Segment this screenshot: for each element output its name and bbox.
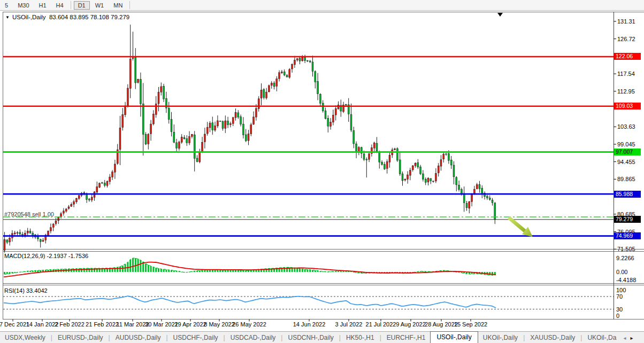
candle-body xyxy=(425,179,426,182)
candle-body xyxy=(325,111,326,119)
candle-body xyxy=(427,178,429,182)
macd-histogram-bar xyxy=(206,270,208,272)
candle-body xyxy=(52,224,54,228)
macd-histogram-bar xyxy=(81,268,82,272)
candle-body xyxy=(32,233,34,236)
candle-body xyxy=(24,233,26,235)
candle-body xyxy=(489,198,490,200)
candle-body xyxy=(101,183,103,183)
candle-body xyxy=(276,79,278,87)
candle-body xyxy=(399,160,401,174)
candle-body xyxy=(350,114,352,130)
candle-body xyxy=(6,240,8,243)
macd-histogram-bar xyxy=(129,260,131,272)
candle-body xyxy=(481,188,483,193)
candle-body xyxy=(248,134,249,141)
candle-body xyxy=(42,240,44,241)
candle-body xyxy=(219,121,221,121)
candle-body xyxy=(363,154,365,159)
macd-histogram-bar xyxy=(302,269,303,272)
macd-histogram-bar xyxy=(78,269,80,272)
candle-body xyxy=(402,174,403,181)
candle-body xyxy=(315,72,316,82)
macd-histogram-bar xyxy=(75,269,77,272)
price-badge-79.279: 79.279 xyxy=(614,216,641,223)
candle-body xyxy=(292,64,293,69)
candle-body xyxy=(176,143,178,148)
candle-body xyxy=(229,123,231,124)
candle-body xyxy=(152,114,154,124)
macd-histogram-bar xyxy=(155,268,157,272)
candle-body xyxy=(225,121,226,128)
candle-body xyxy=(245,135,247,141)
candle-body xyxy=(286,75,288,77)
candle-body xyxy=(255,108,257,117)
macd-histogram-bar xyxy=(6,272,8,274)
candle-body xyxy=(443,154,444,159)
chart-canvas[interactable] xyxy=(0,0,644,343)
candle-body xyxy=(435,174,436,181)
candle-body xyxy=(353,130,355,144)
candle-body xyxy=(386,162,388,169)
candle-body xyxy=(279,73,280,79)
candle-body xyxy=(453,165,455,177)
candle-body xyxy=(37,237,39,239)
candle-body xyxy=(91,197,93,200)
candle-body xyxy=(119,128,121,150)
open-order-label: #7920548 sell 1.00 xyxy=(4,211,54,217)
candle-body xyxy=(296,59,298,60)
macd-histogram-bar xyxy=(330,271,332,272)
candle-body xyxy=(473,189,475,193)
candle-body xyxy=(148,134,149,144)
candle-body xyxy=(202,142,203,151)
candle-body xyxy=(48,231,49,236)
candle-body xyxy=(312,62,313,71)
candle-body xyxy=(330,122,332,126)
candle-body xyxy=(142,104,144,134)
candle-body xyxy=(189,137,190,143)
candle-body xyxy=(240,117,242,124)
candle-body xyxy=(150,124,152,134)
macd-signal-line xyxy=(4,262,496,277)
candle-body xyxy=(299,58,301,61)
candle-body xyxy=(319,95,321,104)
candle-body xyxy=(335,108,336,115)
candle-body xyxy=(458,185,460,189)
candle-body xyxy=(132,58,134,59)
candle-body xyxy=(306,60,308,61)
candle-body xyxy=(412,166,413,170)
candle-body xyxy=(373,143,375,148)
candle-body xyxy=(163,86,165,99)
candle-body xyxy=(289,69,290,77)
candle-body xyxy=(204,134,205,142)
collapse-triangle-icon[interactable]: ▼ xyxy=(5,15,10,20)
candle-body xyxy=(137,79,139,82)
candle-body xyxy=(63,211,64,213)
candle-body xyxy=(415,163,416,166)
candle-body xyxy=(389,155,390,162)
candle-body xyxy=(58,217,59,221)
candle-body xyxy=(112,172,113,177)
macd-histogram-bar xyxy=(152,267,154,272)
macd-histogram-bar xyxy=(119,267,121,272)
candle-body xyxy=(194,135,195,158)
candle-body xyxy=(332,115,334,122)
candle-body xyxy=(250,125,252,134)
candle-body xyxy=(237,113,239,117)
candle-body xyxy=(209,123,211,128)
candle-body xyxy=(109,177,111,182)
candle-body xyxy=(19,232,21,234)
candle-body xyxy=(158,92,159,104)
candle-body xyxy=(60,214,62,217)
candle-body xyxy=(471,194,473,202)
macd-histogram-bar xyxy=(140,260,141,272)
candle-body xyxy=(217,121,218,126)
candle-body xyxy=(122,115,124,128)
candle-body xyxy=(466,204,467,208)
candle-body xyxy=(376,143,378,151)
chart-shift-marker-icon[interactable] xyxy=(497,13,503,17)
candle-body xyxy=(258,99,259,109)
candle-body xyxy=(438,166,439,173)
candle-body xyxy=(4,240,5,251)
candle-body xyxy=(463,193,465,203)
